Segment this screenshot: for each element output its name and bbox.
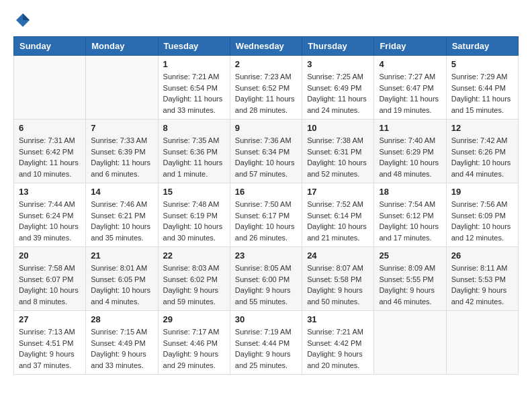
calendar-cell: 29Sunrise: 7:17 AMSunset: 4:46 PMDayligh…: [158, 311, 230, 375]
day-number: 3: [307, 59, 369, 69]
calendar-cell: 11Sunrise: 7:40 AMSunset: 6:29 PMDayligh…: [374, 120, 446, 183]
page: SundayMondayTuesdayWednesdayThursdayFrid…: [0, 0, 532, 388]
day-number: 6: [19, 123, 81, 133]
day-info: Sunrise: 8:05 AMSunset: 6:00 PMDaylight:…: [235, 263, 297, 307]
day-info: Sunrise: 8:09 AMSunset: 5:55 PMDaylight:…: [379, 263, 441, 307]
calendar-cell: 26Sunrise: 8:11 AMSunset: 5:53 PMDayligh…: [446, 247, 518, 311]
weekday-header-monday: Monday: [86, 37, 158, 56]
day-info: Sunrise: 8:07 AMSunset: 5:58 PMDaylight:…: [307, 263, 369, 307]
day-number: 5: [451, 59, 513, 69]
day-number: 4: [379, 59, 441, 69]
day-number: 16: [235, 187, 297, 197]
day-info: Sunrise: 7:35 AMSunset: 6:36 PMDaylight:…: [163, 135, 225, 179]
day-info: Sunrise: 8:11 AMSunset: 5:53 PMDaylight:…: [451, 263, 513, 307]
calendar-cell: [446, 311, 518, 375]
day-number: 20: [19, 250, 81, 261]
calendar-cell: 24Sunrise: 8:07 AMSunset: 5:58 PMDayligh…: [302, 247, 374, 311]
day-number: 29: [163, 314, 225, 324]
day-number: 1: [163, 59, 225, 69]
calendar-cell: 19Sunrise: 7:56 AMSunset: 6:09 PMDayligh…: [446, 183, 518, 247]
svg-marker-1: [23, 13, 30, 20]
calendar-cell: 15Sunrise: 7:48 AMSunset: 6:19 PMDayligh…: [158, 183, 230, 247]
calendar-week-row: 1Sunrise: 7:21 AMSunset: 6:54 PMDaylight…: [14, 56, 519, 120]
day-number: 28: [91, 314, 152, 324]
calendar-cell: 25Sunrise: 8:09 AMSunset: 5:55 PMDayligh…: [374, 247, 446, 311]
day-info: Sunrise: 7:23 AMSunset: 6:52 PMDaylight:…: [235, 71, 297, 116]
day-number: 23: [235, 250, 297, 261]
day-number: 2: [235, 59, 297, 69]
weekday-header-friday: Friday: [374, 37, 446, 56]
logo: [13, 11, 35, 30]
day-info: Sunrise: 7:52 AMSunset: 6:14 PMDaylight:…: [307, 199, 369, 243]
day-number: 13: [19, 187, 81, 197]
calendar-cell: 13Sunrise: 7:44 AMSunset: 6:24 PMDayligh…: [14, 183, 86, 247]
day-info: Sunrise: 7:33 AMSunset: 6:39 PMDaylight:…: [91, 135, 152, 179]
day-number: 25: [379, 250, 441, 261]
calendar-cell: 5Sunrise: 7:29 AMSunset: 6:44 PMDaylight…: [446, 56, 518, 120]
calendar-week-row: 27Sunrise: 7:13 AMSunset: 4:51 PMDayligh…: [14, 311, 519, 375]
day-info: Sunrise: 8:01 AMSunset: 6:05 PMDaylight:…: [91, 263, 152, 307]
calendar-week-row: 20Sunrise: 7:58 AMSunset: 6:07 PMDayligh…: [14, 247, 519, 311]
day-info: Sunrise: 7:19 AMSunset: 4:44 PMDaylight:…: [235, 326, 297, 371]
day-number: 12: [451, 123, 513, 133]
day-number: 15: [163, 187, 225, 197]
calendar-cell: [86, 56, 158, 120]
calendar-cell: 23Sunrise: 8:05 AMSunset: 6:00 PMDayligh…: [230, 247, 302, 311]
calendar-cell: 21Sunrise: 8:01 AMSunset: 6:05 PMDayligh…: [86, 247, 158, 311]
calendar-cell: 12Sunrise: 7:42 AMSunset: 6:26 PMDayligh…: [446, 120, 518, 183]
header: [13, 11, 519, 30]
day-info: Sunrise: 7:21 AMSunset: 4:42 PMDaylight:…: [307, 326, 369, 371]
day-info: Sunrise: 7:36 AMSunset: 6:34 PMDaylight:…: [235, 135, 297, 179]
calendar-cell: 8Sunrise: 7:35 AMSunset: 6:36 PMDaylight…: [158, 120, 230, 183]
day-number: 24: [307, 250, 369, 261]
weekday-header-wednesday: Wednesday: [230, 37, 302, 56]
day-number: 8: [163, 123, 225, 133]
day-number: 14: [91, 187, 152, 197]
day-info: Sunrise: 7:44 AMSunset: 6:24 PMDaylight:…: [19, 199, 81, 243]
weekday-header-row: SundayMondayTuesdayWednesdayThursdayFrid…: [14, 37, 519, 56]
day-number: 31: [307, 314, 369, 324]
calendar-cell: 31Sunrise: 7:21 AMSunset: 4:42 PMDayligh…: [302, 311, 374, 375]
day-info: Sunrise: 7:17 AMSunset: 4:46 PMDaylight:…: [163, 326, 225, 371]
day-info: Sunrise: 7:50 AMSunset: 6:17 PMDaylight:…: [235, 199, 297, 243]
day-info: Sunrise: 7:27 AMSunset: 6:47 PMDaylight:…: [379, 71, 441, 116]
day-info: Sunrise: 7:31 AMSunset: 6:42 PMDaylight:…: [19, 135, 81, 179]
calendar-cell: 22Sunrise: 8:03 AMSunset: 6:02 PMDayligh…: [158, 247, 230, 311]
day-info: Sunrise: 7:48 AMSunset: 6:19 PMDaylight:…: [163, 199, 225, 243]
day-info: Sunrise: 7:56 AMSunset: 6:09 PMDaylight:…: [451, 199, 513, 243]
calendar-cell: 30Sunrise: 7:19 AMSunset: 4:44 PMDayligh…: [230, 311, 302, 375]
day-info: Sunrise: 7:40 AMSunset: 6:29 PMDaylight:…: [379, 135, 441, 179]
day-info: Sunrise: 7:58 AMSunset: 6:07 PMDaylight:…: [19, 263, 81, 307]
day-info: Sunrise: 7:21 AMSunset: 6:54 PMDaylight:…: [163, 71, 225, 116]
day-number: 26: [451, 250, 513, 261]
day-number: 7: [91, 123, 152, 133]
calendar-cell: 14Sunrise: 7:46 AMSunset: 6:21 PMDayligh…: [86, 183, 158, 247]
day-number: 11: [379, 123, 441, 133]
day-number: 10: [307, 123, 369, 133]
calendar-cell: 10Sunrise: 7:38 AMSunset: 6:31 PMDayligh…: [302, 120, 374, 183]
calendar: SundayMondayTuesdayWednesdayThursdayFrid…: [13, 36, 519, 375]
day-info: Sunrise: 7:29 AMSunset: 6:44 PMDaylight:…: [451, 71, 513, 116]
day-number: 22: [163, 250, 225, 261]
weekday-header-saturday: Saturday: [446, 37, 518, 56]
day-number: 18: [379, 187, 441, 197]
calendar-cell: 17Sunrise: 7:52 AMSunset: 6:14 PMDayligh…: [302, 183, 374, 247]
day-info: Sunrise: 7:54 AMSunset: 6:12 PMDaylight:…: [379, 199, 441, 243]
calendar-cell: 18Sunrise: 7:54 AMSunset: 6:12 PMDayligh…: [374, 183, 446, 247]
calendar-cell: [374, 311, 446, 375]
calendar-cell: 2Sunrise: 7:23 AMSunset: 6:52 PMDaylight…: [230, 56, 302, 120]
calendar-cell: 20Sunrise: 7:58 AMSunset: 6:07 PMDayligh…: [14, 247, 86, 311]
calendar-cell: 27Sunrise: 7:13 AMSunset: 4:51 PMDayligh…: [14, 311, 86, 375]
calendar-week-row: 13Sunrise: 7:44 AMSunset: 6:24 PMDayligh…: [14, 183, 519, 247]
day-number: 9: [235, 123, 297, 133]
day-info: Sunrise: 7:38 AMSunset: 6:31 PMDaylight:…: [307, 135, 369, 179]
calendar-week-row: 6Sunrise: 7:31 AMSunset: 6:42 PMDaylight…: [14, 120, 519, 183]
day-number: 30: [235, 314, 297, 324]
weekday-header-tuesday: Tuesday: [158, 37, 230, 56]
calendar-cell: 1Sunrise: 7:21 AMSunset: 6:54 PMDaylight…: [158, 56, 230, 120]
calendar-cell: [14, 56, 86, 120]
calendar-cell: 3Sunrise: 7:25 AMSunset: 6:49 PMDaylight…: [302, 56, 374, 120]
day-number: 27: [19, 314, 81, 324]
calendar-cell: 9Sunrise: 7:36 AMSunset: 6:34 PMDaylight…: [230, 120, 302, 183]
logo-icon: [13, 11, 32, 30]
